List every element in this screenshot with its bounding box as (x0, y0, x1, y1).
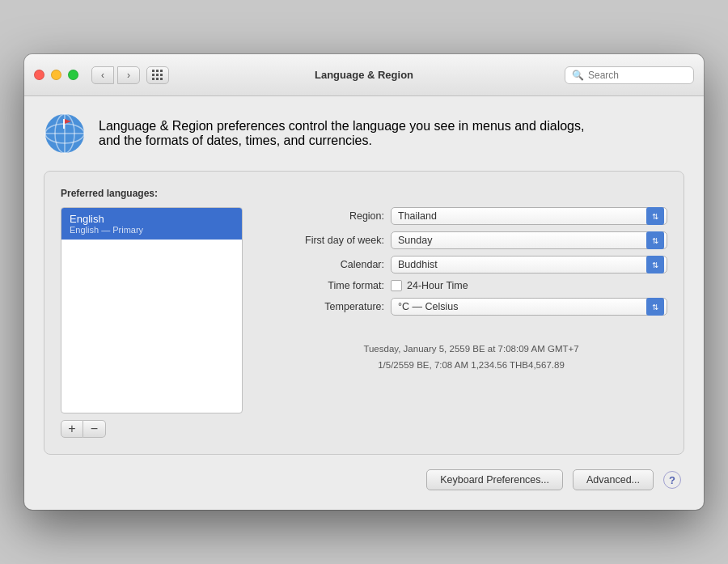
24-hour-checkbox[interactable] (391, 280, 402, 291)
language-list: English English — Primary (61, 207, 243, 413)
svg-rect-5 (63, 119, 65, 129)
grid-button[interactable] (146, 66, 169, 84)
globe-icon (44, 112, 86, 155)
forward-button[interactable]: › (117, 66, 140, 84)
language-sub: English — Primary (70, 225, 234, 235)
window-title: Language & Region (315, 69, 413, 81)
search-box[interactable]: 🔍 (565, 66, 694, 84)
language-controls: + − (61, 420, 243, 438)
time-format-label: Time format: (275, 280, 384, 291)
main-window: ‹ › Language & Region 🔍 (24, 54, 704, 510)
panel-title: Preferred languages: (61, 188, 667, 199)
region-label: Region: (275, 210, 384, 222)
calendar-row: Calendar: Buddhist ⇅ (275, 256, 667, 274)
calendar-select-wrapper: Buddhist ⇅ (391, 256, 667, 274)
language-list-section: English English — Primary + − (61, 207, 243, 438)
header-line2: and the formats of dates, times, and cur… (99, 134, 584, 148)
main-panel: Preferred languages: English English — P… (44, 171, 684, 455)
titlebar: ‹ › Language & Region 🔍 (24, 54, 704, 96)
sample-line2: 1/5/2559 BE, 7:08 AM 1,234.56 THB4,567.8… (275, 358, 667, 374)
sample-line1: Tuesday, January 5, 2559 BE at 7:08:09 A… (275, 341, 667, 358)
region-row: Region: Thailand ⇅ (275, 207, 667, 225)
advanced-button[interactable]: Advanced... (573, 469, 654, 490)
time-format-row: Time format: 24-Hour Time (275, 280, 667, 291)
traffic-lights (34, 70, 78, 80)
temperature-select[interactable]: °C — Celsius (391, 298, 667, 316)
keyboard-prefs-button[interactable]: Keyboard Preferences... (426, 469, 563, 490)
time-format-checkbox-wrapper: 24-Hour Time (391, 280, 468, 291)
first-day-select[interactable]: Sunday (391, 231, 667, 249)
language-name: English (70, 213, 234, 225)
header-text: Language & Region preferences control th… (99, 119, 584, 148)
help-button[interactable]: ? (663, 471, 681, 489)
calendar-label: Calendar: (275, 259, 384, 270)
apps-icon (152, 70, 163, 81)
24-hour-label: 24-Hour Time (407, 280, 468, 291)
calendar-select[interactable]: Buddhist (391, 256, 667, 274)
close-button[interactable] (34, 70, 44, 80)
panel-body: English English — Primary + − Region: (61, 207, 667, 438)
settings-section: Region: Thailand ⇅ First day of week (275, 207, 667, 373)
region-select[interactable]: Thailand (391, 207, 667, 225)
header-line1: Language & Region preferences control th… (99, 119, 584, 134)
maximize-button[interactable] (68, 70, 78, 80)
temperature-label: Temperature: (275, 301, 384, 312)
nav-buttons: ‹ › (91, 66, 140, 84)
first-day-label: First day of week: (275, 235, 384, 246)
add-language-button[interactable]: + (61, 420, 83, 438)
header-section: Language & Region preferences control th… (44, 112, 684, 155)
back-button[interactable]: ‹ (91, 66, 114, 84)
temperature-row: Temperature: °C — Celsius ⇅ (275, 298, 667, 316)
search-icon: 🔍 (572, 70, 584, 81)
remove-language-button[interactable]: − (83, 420, 106, 438)
content-area: Language & Region preferences control th… (24, 96, 704, 510)
first-day-row: First day of week: Sunday ⇅ (275, 231, 667, 249)
sample-text: Tuesday, January 5, 2559 BE at 7:08:09 A… (275, 335, 667, 373)
region-select-wrapper: Thailand ⇅ (391, 207, 667, 225)
forward-icon: › (127, 70, 130, 81)
list-item[interactable]: English English — Primary (61, 208, 242, 240)
first-day-select-wrapper: Sunday ⇅ (391, 231, 667, 249)
footer: Keyboard Preferences... Advanced... ? (44, 469, 684, 490)
search-input[interactable] (588, 70, 687, 81)
back-icon: ‹ (101, 70, 104, 81)
temperature-select-wrapper: °C — Celsius ⇅ (391, 298, 667, 316)
minimize-button[interactable] (51, 70, 61, 80)
